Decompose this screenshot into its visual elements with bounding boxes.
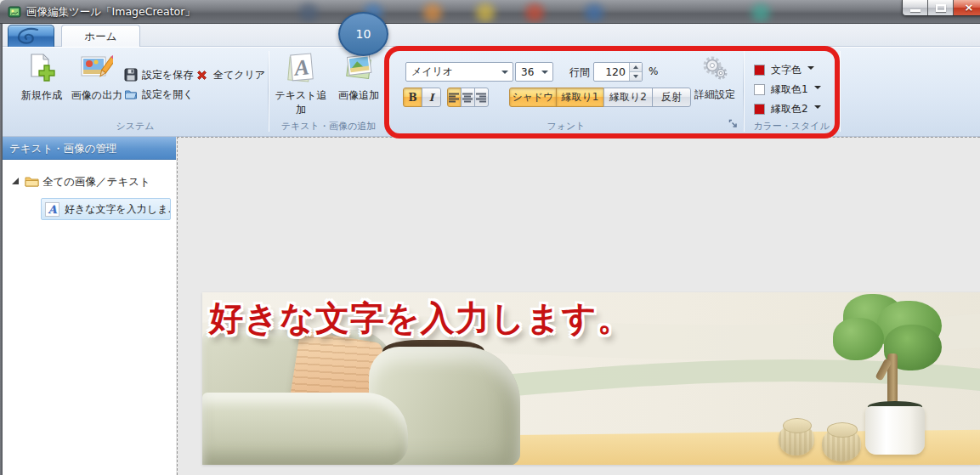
tree-expander-icon[interactable] bbox=[12, 178, 19, 184]
group-label-add: テキスト・画像の追加 bbox=[269, 120, 388, 133]
effect-outline1-button[interactable]: 縁取り1 bbox=[556, 88, 604, 107]
app-logo-swirl-icon bbox=[8, 25, 54, 46]
open-settings-label: 設定を開く bbox=[142, 88, 194, 102]
group-label-font: フォント bbox=[389, 120, 743, 133]
sofa-seat-cushion bbox=[202, 393, 408, 465]
ribbon-group-color-style: 文字色 縁取色1 縁取色2 カラー・スタイル bbox=[744, 47, 839, 136]
sidebar: テキスト・画像の管理 全ての画像／テキスト A 好きな文字を入力しま.. bbox=[3, 137, 176, 475]
outline-color1-swatch bbox=[754, 84, 765, 95]
align-center-icon bbox=[462, 93, 473, 103]
new-document-plus-icon bbox=[26, 53, 57, 83]
effect-outline2-button[interactable]: 縁取り2 bbox=[603, 88, 653, 107]
line-spacing-label: 行間 bbox=[569, 65, 590, 80]
titlebar[interactable]: 画像編集ツール「ImageCreator」 × bbox=[0, 0, 980, 24]
stepper-buttons bbox=[629, 63, 642, 81]
chevron-down-icon bbox=[814, 105, 821, 109]
effect-reflection-button[interactable]: 反射 bbox=[652, 88, 691, 107]
line-spacing-value: 120 bbox=[594, 63, 629, 81]
advanced-settings-button[interactable]: 詳細設定 bbox=[688, 55, 742, 102]
white-plant-pot bbox=[865, 406, 925, 455]
red-cross-icon bbox=[195, 68, 209, 82]
chevron-down-icon bbox=[541, 71, 548, 74]
floppy-disk-icon bbox=[124, 68, 138, 82]
outline-color1-button[interactable]: 縁取色1 bbox=[754, 83, 821, 96]
align-left-icon bbox=[449, 93, 460, 103]
new-button-label: 新規作成 bbox=[12, 88, 71, 103]
font-size-select[interactable]: 36 bbox=[515, 62, 553, 82]
minimize-icon bbox=[910, 9, 921, 12]
text-effects-group: シャドウ 縁取り1 縁取り2 反射 bbox=[509, 88, 691, 107]
application-menu-button[interactable] bbox=[8, 25, 54, 47]
new-button[interactable]: 新規作成 bbox=[12, 53, 71, 103]
text-color-button[interactable]: 文字色 bbox=[754, 64, 814, 76]
window-controls: × bbox=[902, 0, 980, 16]
save-settings-button[interactable]: 設定を保存 bbox=[124, 66, 193, 83]
align-left-button[interactable] bbox=[447, 88, 462, 107]
banner-text-object[interactable]: 好きな文字を入力します。 bbox=[209, 295, 632, 342]
outline-color2-label: 縁取色2 bbox=[771, 102, 808, 116]
alignment-group bbox=[447, 88, 489, 107]
woven-jar bbox=[822, 428, 861, 461]
app-window: 画像編集ツール「ImageCreator」 × ホーム 新規作成 画像の出力 bbox=[0, 0, 980, 475]
tree-root-label: 全ての画像／テキスト bbox=[42, 175, 150, 188]
banner-image[interactable]: 好きな文字を入力します。 bbox=[202, 292, 980, 465]
chevron-down-icon bbox=[501, 71, 508, 74]
group-label-system: システム bbox=[3, 120, 268, 133]
italic-button[interactable]: I bbox=[422, 88, 441, 107]
ribbon: 新規作成 画像の出力 設定を保存 設定を開く 全てクリア システム bbox=[3, 47, 980, 137]
clear-all-label: 全てクリア bbox=[213, 68, 265, 82]
maximize-button[interactable] bbox=[928, 0, 954, 16]
text-a-icon: A bbox=[45, 202, 59, 217]
add-text-button[interactable]: A テキスト追加 bbox=[270, 52, 331, 117]
photo-stack-icon bbox=[343, 52, 375, 83]
gears-icon bbox=[701, 55, 728, 81]
open-folder-icon bbox=[124, 88, 138, 101]
text-color-label: 文字色 bbox=[771, 63, 802, 77]
ribbon-group-system: 新規作成 画像の出力 設定を保存 設定を開く 全てクリア システム bbox=[3, 47, 268, 136]
sidebar-header: テキスト・画像の管理 bbox=[3, 137, 176, 160]
folder-icon bbox=[25, 175, 39, 191]
open-settings-button[interactable]: 設定を開く bbox=[124, 86, 194, 103]
advanced-settings-label: 詳細設定 bbox=[688, 88, 742, 102]
close-icon: × bbox=[954, 1, 980, 14]
editor-canvas[interactable]: 好きな文字を入力します。 bbox=[177, 137, 980, 475]
align-right-icon bbox=[476, 93, 487, 103]
tree-item-label: 好きな文字を入力しま.. bbox=[65, 202, 170, 217]
group-label-color-style: カラー・スタイル bbox=[744, 120, 839, 133]
annotation-step-badge: 10 bbox=[338, 12, 388, 56]
tree-item-text-object[interactable]: A 好きな文字を入力しま.. bbox=[41, 198, 171, 220]
save-settings-label: 設定を保存 bbox=[142, 68, 193, 82]
maximize-icon bbox=[936, 4, 946, 12]
align-right-button[interactable] bbox=[474, 88, 489, 107]
effect-shadow-button[interactable]: シャドウ bbox=[509, 88, 557, 107]
outline-color2-swatch bbox=[754, 104, 765, 115]
line-spacing-stepper[interactable]: 120 bbox=[593, 62, 643, 82]
outline-color1-label: 縁取色1 bbox=[771, 82, 808, 97]
font-size-value: 36 bbox=[521, 66, 534, 78]
triangle-down-icon bbox=[633, 75, 638, 78]
image-output-button[interactable]: 画像の出力 bbox=[67, 53, 127, 103]
woven-jar bbox=[779, 424, 814, 455]
window-title: 画像編集ツール「ImageCreator」 bbox=[26, 5, 195, 20]
minimize-button[interactable] bbox=[903, 0, 928, 16]
bold-italic-group: B I bbox=[403, 88, 441, 107]
close-button[interactable]: × bbox=[954, 0, 980, 16]
tree-root-all-items[interactable]: 全ての画像／テキスト bbox=[3, 173, 176, 190]
outline-color2-button[interactable]: 縁取色2 bbox=[754, 103, 821, 116]
add-text-label: テキスト追加 bbox=[270, 88, 331, 117]
align-center-button[interactable] bbox=[461, 88, 475, 107]
bold-button[interactable]: B bbox=[403, 88, 422, 107]
font-family-value: メイリオ bbox=[411, 65, 453, 79]
chevron-down-icon bbox=[814, 86, 821, 89]
app-icon bbox=[8, 5, 21, 22]
svg-text:A: A bbox=[292, 54, 310, 81]
tab-home[interactable]: ホーム bbox=[61, 25, 140, 47]
add-image-button[interactable]: 画像追加 bbox=[331, 52, 386, 103]
stepper-down-button[interactable] bbox=[630, 72, 642, 81]
ribbon-tab-row: ホーム bbox=[3, 24, 980, 47]
triangle-up-icon bbox=[633, 65, 638, 69]
text-color-swatch bbox=[754, 65, 765, 76]
clear-all-button[interactable]: 全てクリア bbox=[195, 66, 265, 83]
stepper-up-button[interactable] bbox=[630, 63, 642, 72]
font-family-select[interactable]: メイリオ bbox=[405, 62, 513, 82]
